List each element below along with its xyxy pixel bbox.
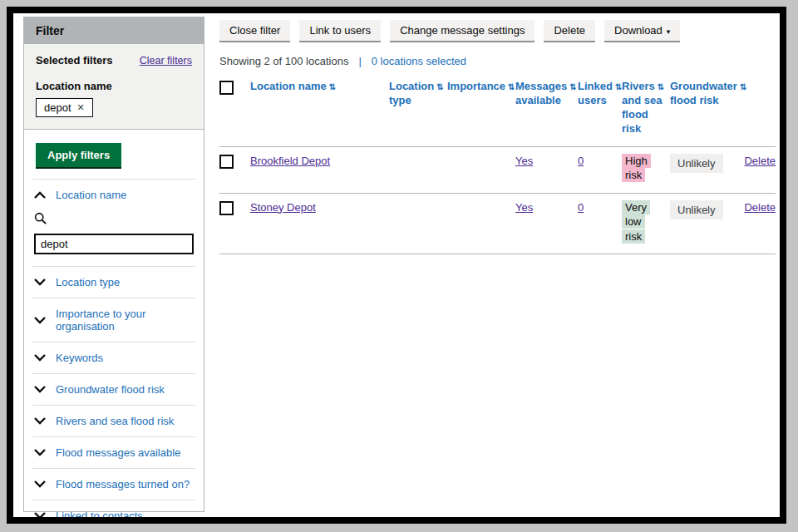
chevron-down-icon	[34, 512, 46, 520]
column-header-location-name[interactable]: Location name⇅	[250, 80, 389, 146]
location-name-search-block	[32, 210, 195, 266]
accordion-section-label: Flood messages turned on?	[56, 478, 190, 490]
download-button[interactable]: Download▾	[604, 20, 680, 41]
row-checkbox[interactable]	[219, 155, 234, 169]
sort-icon: ⇅	[569, 82, 576, 91]
delete-row-link[interactable]: Delete	[744, 155, 776, 167]
search-icon	[34, 214, 47, 228]
selected-filter-tag: depot ✕	[36, 98, 93, 117]
chevron-down-icon	[34, 417, 46, 425]
apply-filters-button[interactable]: Apply filters	[36, 143, 121, 167]
app-window: Filter Selected filters Clear filters Lo…	[7, 7, 786, 524]
column-header-rivers-sea-flood-risk[interactable]: Rivers⇅ and sea flood risk	[622, 80, 670, 146]
delete-button[interactable]: Delete	[544, 20, 595, 41]
groundwater-risk-tag: Unlikely	[670, 154, 723, 174]
sort-icon: ⇅	[740, 82, 746, 91]
table-row: Brookfield Depot Yes 0 High risk Unlikel…	[219, 146, 776, 193]
linked-users-link[interactable]: 0	[578, 155, 584, 167]
sort-icon: ⇅	[658, 82, 664, 91]
accordion-section-linked-to-contacts[interactable]: Linked to contacts	[32, 500, 195, 524]
accordion-section-location-name[interactable]: Location name	[32, 180, 195, 210]
selected-group-label: Location name	[36, 80, 192, 92]
accordion-section-label: Importance to your organisation	[56, 308, 194, 332]
link-to-users-button[interactable]: Link to users	[299, 20, 381, 41]
main-content: Close filter Link to users Change messag…	[219, 17, 771, 514]
accordion-section-label: Location type	[56, 276, 120, 288]
accordion-section-label: Linked to contacts	[56, 510, 143, 522]
chevron-down-icon	[34, 480, 46, 488]
accordion-section-rivers-sea-flood-risk[interactable]: Rivers and sea flood risk	[32, 406, 195, 436]
linked-users-link[interactable]: 0	[578, 201, 584, 214]
sort-icon: ⇅	[436, 82, 443, 91]
location-type-cell	[389, 193, 447, 254]
rivers-risk-tag: Very low risk	[622, 200, 650, 244]
chevron-down-icon	[34, 278, 46, 286]
chevron-down-icon	[34, 317, 46, 324]
column-header-location-type[interactable]: Location⇅ type	[389, 80, 447, 146]
accordion-section-flood-messages-available[interactable]: Flood messages available	[32, 437, 195, 468]
close-filter-button[interactable]: Close filter	[219, 20, 290, 41]
groundwater-risk-tag: Unlikely	[670, 200, 723, 220]
accordion-section-label: Flood messages available	[56, 446, 180, 459]
accordion-section-label: Keywords	[56, 352, 103, 364]
clear-filters-link[interactable]: Clear filters	[140, 55, 192, 66]
rivers-risk-tag: High risk	[622, 154, 651, 183]
chevron-down-icon	[34, 354, 46, 362]
select-all-checkbox[interactable]	[219, 81, 234, 95]
column-header-messages-available[interactable]: Messages⇅ available	[515, 80, 578, 146]
sort-icon: ⇅	[508, 82, 515, 91]
results-summary: Showing 2 of 100 locations | 0 locations…	[219, 55, 771, 67]
accordion-section-label: Rivers and sea flood risk	[56, 415, 174, 427]
location-name-link[interactable]: Brookfield Depot	[250, 155, 330, 167]
importance-cell	[447, 146, 515, 193]
location-type-cell	[389, 146, 447, 193]
summary-separator: |	[358, 55, 361, 67]
selected-filters-section: Selected filters Clear filters Location …	[24, 44, 204, 130]
messages-available-link[interactable]: Yes	[515, 155, 533, 167]
locations-selected-link[interactable]: 0 locations selected	[372, 55, 466, 67]
actions-toolbar: Close filter Link to users Change messag…	[219, 17, 771, 41]
accordion-section-location-type[interactable]: Location type	[32, 267, 195, 298]
location-name-link[interactable]: Stoney Depot	[250, 201, 316, 214]
selected-filter-tag-label: depot	[44, 101, 71, 114]
filter-accordion: Location name Location type	[24, 179, 204, 524]
table-header-row: Location name⇅ Location⇅ type Importance…	[219, 80, 776, 146]
sort-icon: ⇅	[329, 82, 336, 91]
column-header-importance[interactable]: Importance⇅	[447, 80, 515, 146]
selected-filters-heading: Selected filters	[36, 54, 113, 66]
chevron-down-icon	[34, 449, 46, 456]
filter-panel: Filter Selected filters Clear filters Lo…	[23, 17, 204, 512]
column-header-actions	[744, 80, 776, 146]
messages-available-link[interactable]: Yes	[515, 201, 533, 214]
filter-panel-title: Filter	[24, 17, 204, 44]
locations-table: Location name⇅ Location⇅ type Importance…	[219, 80, 776, 254]
column-header-groundwater-flood-risk[interactable]: Groundwater⇅ flood risk	[670, 80, 744, 146]
chevron-down-icon	[34, 386, 46, 393]
accordion-section-flood-messages-turned-on[interactable]: Flood messages turned on?	[32, 469, 195, 500]
table-row: Stoney Depot Yes 0 Very low risk Unlikel…	[219, 193, 776, 254]
accordion-section-groundwater-flood-risk[interactable]: Groundwater flood risk	[32, 374, 195, 405]
importance-cell	[447, 193, 515, 254]
column-header-linked-users[interactable]: Linked⇅ users	[578, 80, 622, 146]
accordion-section-label: Location name	[56, 189, 126, 201]
accordion-section-importance[interactable]: Importance to your organisation	[32, 298, 195, 342]
delete-row-link[interactable]: Delete	[744, 201, 776, 214]
dropdown-caret-icon: ▾	[667, 27, 671, 36]
accordion-section-keywords[interactable]: Keywords	[32, 342, 195, 373]
change-message-settings-button[interactable]: Change message settings	[390, 20, 534, 41]
location-name-search-input[interactable]	[34, 234, 194, 254]
showing-count-text: Showing 2 of 100 locations	[219, 55, 348, 67]
chevron-up-icon	[34, 191, 46, 199]
remove-filter-icon[interactable]: ✕	[77, 102, 85, 113]
accordion-section-label: Groundwater flood risk	[56, 383, 165, 396]
row-checkbox[interactable]	[219, 201, 234, 215]
